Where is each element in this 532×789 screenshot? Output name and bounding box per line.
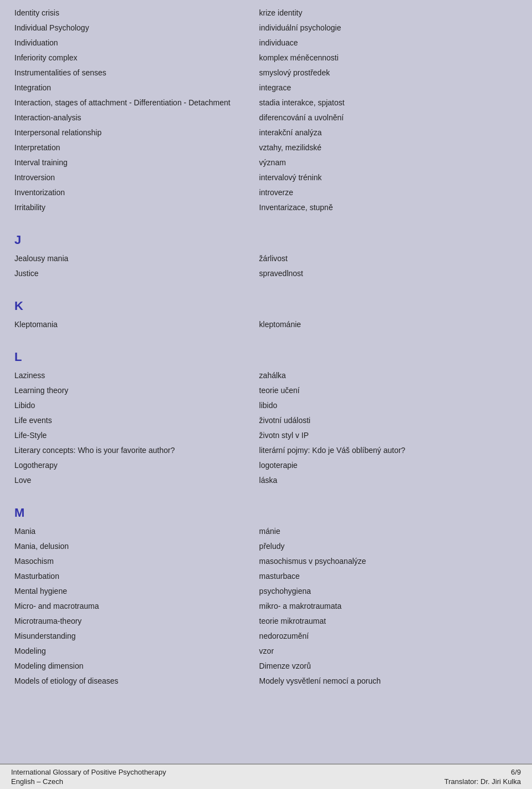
term-cz: literární pojmy: Kdo je Váš oblíbený aut… xyxy=(256,443,521,458)
table-row: Identity crisis krize identity xyxy=(11,6,521,21)
term-cz: mikro- a makrotraumata xyxy=(256,599,521,614)
table-row: Misunderstanding nedorozumění xyxy=(11,629,521,644)
term-cz: diferencování a uvolnění xyxy=(256,110,521,125)
table-row: Literary concepts: Who is your favorite … xyxy=(11,443,521,458)
section-header-row: J xyxy=(11,221,521,251)
section-letter: K xyxy=(14,299,23,313)
term-cz: masochismus v psychoanalýze xyxy=(256,554,521,569)
term-cz: individuace xyxy=(256,35,521,50)
footer-right: 6/9 Translator: Dr. Jiri Kulka xyxy=(444,768,521,786)
table-row: Individuation individuace xyxy=(11,35,521,50)
term-cz: zahálka xyxy=(256,368,521,383)
term-cz: masturbace xyxy=(256,569,521,584)
table-row: Microtrauma-theory teorie mikrotraumat xyxy=(11,614,521,629)
table-row: Life events životní události xyxy=(11,413,521,428)
term-en: Learning theory xyxy=(11,383,256,398)
term-en: Literary concepts: Who is your favorite … xyxy=(11,443,256,458)
table-row: Modeling vzor xyxy=(11,644,521,659)
term-cz: intervalový trénink xyxy=(256,170,521,185)
term-en: Modeling dimension xyxy=(11,659,256,674)
term-cz: spravedlnost xyxy=(256,266,521,281)
term-en: Micro- and macrotrauma xyxy=(11,599,256,614)
table-row: Modeling dimension Dimenze vzorů xyxy=(11,659,521,674)
term-en: Justice xyxy=(11,266,256,281)
term-cz: krize identity xyxy=(256,6,521,21)
term-en: Masochism xyxy=(11,554,256,569)
table-row: Life-Style životn styl v IP xyxy=(11,428,521,443)
table-row: Inventorization introverze xyxy=(11,185,521,200)
term-cz: láska xyxy=(256,473,521,488)
term-cz: nedorozumění xyxy=(256,629,521,644)
term-cz: Modely vysvětlení nemocí a poruch xyxy=(256,674,521,689)
term-cz: vzor xyxy=(256,644,521,659)
table-row: Interpersonal relationship interakční an… xyxy=(11,125,521,140)
term-en: Mental hygiene xyxy=(11,584,256,599)
footer-left: International Glossary of Positive Psych… xyxy=(11,768,166,786)
term-en: Individual Psychology xyxy=(11,21,256,35)
table-row: Models of etiology of diseases Modely vy… xyxy=(11,674,521,689)
term-cz: psychohygiena xyxy=(256,584,521,599)
term-en: Kleptomania xyxy=(11,317,256,332)
term-cz: teorie mikrotraumat xyxy=(256,614,521,629)
term-en: Mania xyxy=(11,524,256,539)
term-en: Life events xyxy=(11,413,256,428)
table-row: Logotherapy logoterapie xyxy=(11,458,521,473)
table-row: Interpretation vztahy, mezilidské xyxy=(11,140,521,155)
table-row: Interval training význam xyxy=(11,155,521,170)
term-en: Life-Style xyxy=(11,428,256,443)
term-cz: komplex méněcennosti xyxy=(256,50,521,65)
table-row: Introversion intervalový trénink xyxy=(11,170,521,185)
footer-page: 6/9 xyxy=(511,768,521,776)
table-row: Masturbation masturbace xyxy=(11,569,521,584)
spacer-row xyxy=(11,281,521,287)
term-en: Interaction-analysis xyxy=(11,110,256,125)
section-letter: J xyxy=(14,233,21,247)
term-en: Misunderstanding xyxy=(11,629,256,644)
term-en: Jealousy mania xyxy=(11,251,256,266)
term-en: Love xyxy=(11,473,256,488)
term-en: Introversion xyxy=(11,170,256,185)
term-en: Interpretation xyxy=(11,140,256,155)
footer-language: English – Czech xyxy=(11,777,166,786)
term-cz: smyslový prostředek xyxy=(256,65,521,80)
table-row: Jealousy mania žárlivost xyxy=(11,251,521,266)
term-en: Integration xyxy=(11,80,256,95)
term-en: Models of etiology of diseases xyxy=(11,674,256,689)
term-en: Irritability xyxy=(11,200,256,215)
term-cz: introverze xyxy=(256,185,521,200)
table-row: Mental hygiene psychohygiena xyxy=(11,584,521,599)
term-en: Logotherapy xyxy=(11,458,256,473)
term-cz: interakční analýza xyxy=(256,125,521,140)
table-row: Irritability Inventarizace, stupně xyxy=(11,200,521,215)
table-row: Libido libido xyxy=(11,398,521,413)
glossary-table: Identity crisis krize identity Individua… xyxy=(11,6,521,689)
spacer-row xyxy=(11,215,521,221)
term-en: Interaction, stages of attachment - Diff… xyxy=(11,95,256,110)
term-en: Microtrauma-theory xyxy=(11,614,256,629)
term-en: Libido xyxy=(11,398,256,413)
table-row: Masochism masochismus v psychoanalýze xyxy=(11,554,521,569)
term-cz: logoterapie xyxy=(256,458,521,473)
section-letter: L xyxy=(14,350,22,364)
term-cz: mánie xyxy=(256,524,521,539)
table-row: Interaction, stages of attachment - Diff… xyxy=(11,95,521,110)
term-cz: integrace xyxy=(256,80,521,95)
term-cz: individuální psychologie xyxy=(256,21,521,35)
table-row: Learning theory teorie učení xyxy=(11,383,521,398)
table-row: Integration integrace xyxy=(11,80,521,95)
footer-title: International Glossary of Positive Psych… xyxy=(11,768,166,776)
footer-translator: Translator: Dr. Jiri Kulka xyxy=(444,777,521,786)
table-row: Inferiority complex komplex méněcennosti xyxy=(11,50,521,65)
term-cz: teorie učení xyxy=(256,383,521,398)
term-en: Mania, delusion xyxy=(11,539,256,554)
section-letter: M xyxy=(14,506,24,520)
main-content: Identity crisis krize identity Individua… xyxy=(0,0,532,763)
term-cz: přeludy xyxy=(256,539,521,554)
term-en: Inferiority complex xyxy=(11,50,256,65)
section-header-row: L xyxy=(11,338,521,368)
table-row: Interaction-analysis diferencování a uvo… xyxy=(11,110,521,125)
term-cz: Dimenze vzorů xyxy=(256,659,521,674)
term-cz: životn styl v IP xyxy=(256,428,521,443)
spacer-row xyxy=(11,488,521,493)
term-en: Interpersonal relationship xyxy=(11,125,256,140)
